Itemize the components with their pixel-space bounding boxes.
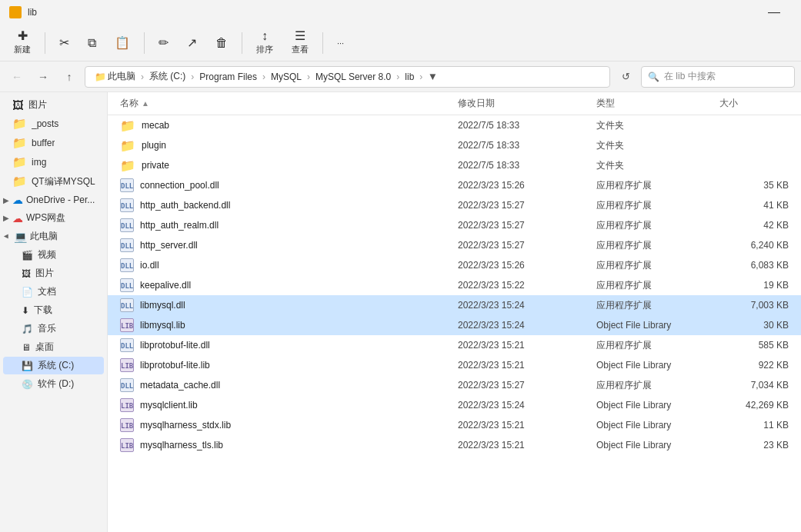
- dll-icon: DLL: [120, 258, 134, 272]
- file-name-cell: LIB libmysql.lib: [120, 318, 458, 332]
- file-type: 应用程序扩展: [596, 299, 719, 312]
- file-date: 2022/3/23 15:26: [458, 180, 596, 191]
- file-name-cell: 📁 private: [120, 158, 458, 173]
- breadcrumb[interactable]: 📁 此电脑 › 系统 (C:) › Program Files › MySQL …: [85, 66, 610, 88]
- file-size: 41 KB: [719, 200, 789, 211]
- file-date: 2022/3/23 15:24: [458, 320, 596, 331]
- rename-button[interactable]: ✏: [151, 28, 176, 58]
- sidebar-group-wps[interactable]: ▶ ☁ WPS网盘: [0, 209, 107, 227]
- sidebar-subitem-sysc[interactable]: 💾 系统 (C:): [3, 357, 104, 374]
- breadcrumb-mysql[interactable]: MySQL: [268, 70, 305, 84]
- file-date: 2022/3/23 15:27: [458, 200, 596, 211]
- file-rows-container: 📁 mecab 2022/7/5 18:33 文件夹 📁 plugin 2022…: [108, 115, 801, 455]
- table-row[interactable]: LIB libprotobuf-lite.lib 2022/3/23 15:21…: [108, 355, 801, 375]
- file-name-cell: DLL keepalive.dll: [120, 278, 458, 292]
- delete-button[interactable]: 🗑: [208, 28, 235, 58]
- sidebar-group-thispc[interactable]: ▼ 💻 此电脑: [0, 228, 107, 245]
- table-row[interactable]: 📁 plugin 2022/7/5 18:33 文件夹: [108, 135, 801, 155]
- table-row[interactable]: DLL metadata_cache.dll 2022/3/23 15:27 应…: [108, 375, 801, 395]
- more-button[interactable]: ···: [329, 28, 352, 58]
- file-date: 2022/7/5 18:33: [458, 140, 596, 151]
- breadcrumb-mysql-label: MySQL: [271, 71, 302, 82]
- file-name-cell: DLL libprotobuf-lite.dll: [120, 338, 458, 352]
- address-bar: ← → ↑ 📁 此电脑 › 系统 (C:) › Program Files › …: [0, 62, 801, 92]
- file-size: 6,083 KB: [719, 260, 789, 271]
- sidebar-group-onedrive[interactable]: ▶ ☁ OneDrive - Per...: [0, 191, 107, 208]
- table-row[interactable]: DLL http_auth_realm.dll 2022/3/23 15:27 …: [108, 215, 801, 235]
- table-row[interactable]: DLL connection_pool.dll 2022/3/23 15:26 …: [108, 175, 801, 195]
- file-name-cell: DLL http_auth_backend.dll: [120, 198, 458, 212]
- breadcrumb-lib[interactable]: lib: [402, 70, 417, 84]
- view-button[interactable]: ☰ 查看: [284, 28, 316, 58]
- sort-button[interactable]: ↕ 排序: [249, 28, 281, 58]
- col-type[interactable]: 类型: [596, 97, 719, 110]
- breadcrumb-thispc[interactable]: 📁 此电脑: [92, 68, 139, 85]
- table-row[interactable]: LIB mysqlclient.lib 2022/3/23 15:24 Obje…: [108, 395, 801, 415]
- breadcrumb-programfiles[interactable]: Program Files: [196, 70, 260, 84]
- table-row[interactable]: DLL io.dll 2022/3/23 15:26 应用程序扩展 6,083 …: [108, 255, 801, 275]
- file-date: 2022/3/23 15:27: [458, 240, 596, 251]
- sidebar-item-buffer[interactable]: 📁 buffer: [3, 134, 104, 152]
- table-row[interactable]: DLL libmysql.dll 2022/3/23 15:24 应用程序扩展 …: [108, 295, 801, 315]
- table-row[interactable]: DLL http_auth_backend.dll 2022/3/23 15:2…: [108, 195, 801, 215]
- file-list-header: 名称 ▲ 修改日期 类型 大小: [108, 92, 801, 115]
- sidebar-item-qt[interactable]: 📁 QT编译MYSQL: [3, 172, 104, 191]
- file-size: 19 KB: [719, 280, 789, 291]
- file-date: 2022/7/5 18:33: [458, 160, 596, 171]
- col-name[interactable]: 名称 ▲: [120, 97, 458, 110]
- breadcrumb-dropdown-button[interactable]: ▼: [425, 69, 440, 85]
- forward-button[interactable]: →: [32, 66, 54, 88]
- up-button[interactable]: ↑: [58, 66, 80, 88]
- new-label: 新建: [14, 44, 31, 55]
- sidebar-item-label: img: [32, 157, 46, 168]
- file-name-cell: DLL connection_pool.dll: [120, 178, 458, 192]
- table-row[interactable]: DLL http_server.dll 2022/3/23 15:27 应用程序…: [108, 235, 801, 255]
- expand-icon: ▼: [2, 233, 11, 241]
- folder-icon: 📁: [120, 138, 135, 153]
- col-date[interactable]: 修改日期: [458, 97, 596, 110]
- table-row[interactable]: LIB mysqlharness_stdx.lib 2022/3/23 15:2…: [108, 415, 801, 435]
- file-name-cell: LIB mysqlclient.lib: [120, 398, 458, 412]
- table-row[interactable]: LIB libmysql.lib 2022/3/23 15:24 Object …: [108, 315, 801, 335]
- lib-icon: LIB: [120, 318, 134, 332]
- table-row[interactable]: LIB mysqlharness_tls.lib 2022/3/23 15:21…: [108, 435, 801, 455]
- col-size[interactable]: 大小: [719, 97, 789, 110]
- table-row[interactable]: DLL libprotobuf-lite.dll 2022/3/23 15:21…: [108, 335, 801, 355]
- copy-button[interactable]: ⧉: [80, 28, 104, 58]
- new-button[interactable]: ✚ 新建: [6, 28, 38, 58]
- breadcrumb-mysqlserver[interactable]: MySQL Server 8.0: [312, 70, 394, 84]
- cut-button[interactable]: ✂: [52, 28, 77, 58]
- file-name-cell: LIB mysqlharness_tls.lib: [120, 438, 458, 452]
- table-row[interactable]: 📁 private 2022/7/5 18:33 文件夹: [108, 155, 801, 175]
- dll-icon: DLL: [120, 278, 134, 292]
- lib-icon: LIB: [120, 438, 134, 452]
- table-row[interactable]: DLL keepalive.dll 2022/3/23 15:22 应用程序扩展…: [108, 275, 801, 295]
- breadcrumb-sysc[interactable]: 系统 (C:): [146, 68, 189, 85]
- refresh-button[interactable]: ↺: [615, 66, 636, 88]
- search-box[interactable]: 🔍 在 lib 中搜索: [641, 66, 795, 88]
- sidebar-item-label: 文档: [38, 285, 56, 298]
- sidebar-subitem-softd[interactable]: 💿 软件 (D:): [3, 375, 104, 393]
- file-type: Object File Library: [596, 440, 719, 451]
- sidebar-item-posts[interactable]: 📁 _posts: [3, 115, 104, 133]
- paste-button[interactable]: 📋: [107, 28, 138, 58]
- breadcrumb-sep-6: ›: [419, 71, 422, 82]
- cut-icon: ✂: [59, 37, 69, 49]
- minimize-button[interactable]: —: [756, 0, 792, 25]
- share-button[interactable]: ↗: [179, 28, 205, 58]
- file-date: 2022/3/23 15:27: [458, 380, 596, 391]
- sidebar-subitem-music[interactable]: 🎵 音乐: [3, 320, 104, 337]
- sidebar-subitem-desktop[interactable]: 🖥 桌面: [3, 338, 104, 356]
- sidebar-subitem-docs[interactable]: 📄 文档: [3, 283, 104, 301]
- dll-icon: DLL: [120, 218, 134, 232]
- sidebar-subitem-videos[interactable]: 🎬 视频: [3, 246, 104, 264]
- sidebar-subitem-pics[interactable]: 🖼 图片: [3, 264, 104, 282]
- onedrive-icon: ☁: [12, 194, 23, 206]
- sidebar-item-img[interactable]: 📁 img: [3, 153, 104, 171]
- sidebar-subitem-downloads[interactable]: ⬇ 下载: [3, 301, 104, 319]
- file-name: io.dll: [140, 260, 159, 271]
- table-row[interactable]: 📁 mecab 2022/7/5 18:33 文件夹: [108, 115, 801, 135]
- sidebar-item-pictures[interactable]: 🖼 图片: [3, 96, 104, 114]
- file-name-cell: DLL io.dll: [120, 258, 458, 272]
- back-button[interactable]: ←: [6, 66, 28, 88]
